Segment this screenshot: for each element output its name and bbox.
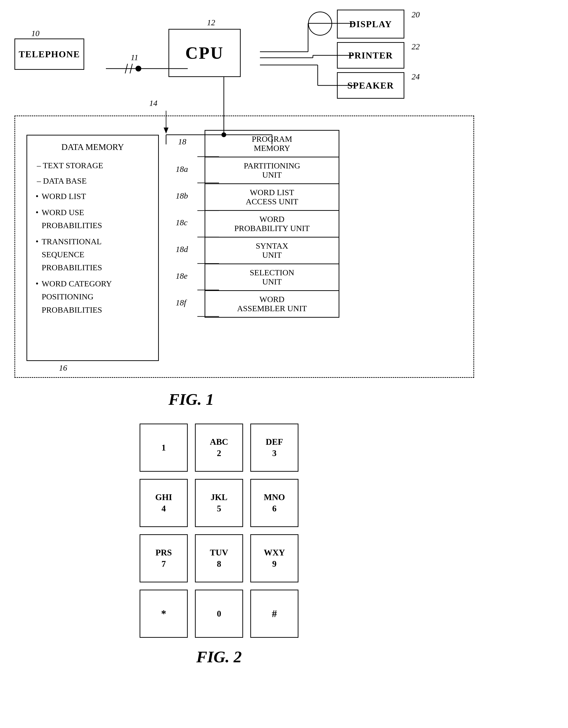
key-5-number: 5 bbox=[217, 503, 221, 514]
ref-18: 18 bbox=[178, 137, 186, 146]
key-4-letters: GHI bbox=[155, 492, 172, 503]
key-3-letters: DEF bbox=[266, 436, 283, 448]
data-memory-content: DATA MEMORY – TEXT STORAGE – DATA BASE W… bbox=[27, 135, 158, 324]
key-star: * bbox=[140, 590, 188, 638]
key-9: WXY 9 bbox=[250, 534, 298, 582]
stack-word-assembler: WORDASSEMBLER UNIT bbox=[205, 291, 339, 318]
ref-22: 22 bbox=[412, 42, 420, 51]
dm-item-1: – TEXT STORAGE bbox=[34, 159, 151, 172]
key-6-letters: MNO bbox=[264, 492, 285, 503]
ref-18b: 18b bbox=[176, 191, 188, 200]
key-4: GHI 4 bbox=[140, 479, 188, 527]
dm-item-3: WORD LIST bbox=[34, 190, 151, 203]
cpu-box: CPU bbox=[168, 29, 241, 77]
ref-11: 11 bbox=[131, 53, 138, 62]
ref-12: 12 bbox=[207, 18, 215, 27]
key-1-number: 1 bbox=[161, 442, 166, 453]
key-8-letters: TUV bbox=[210, 547, 228, 558]
speaker-box: SPEAKER bbox=[337, 72, 404, 99]
page: 10 TELEPHONE 11 12 CPU 20 DISPLAY 22 PRI… bbox=[0, 0, 568, 728]
telephone-box: TELEPHONE bbox=[14, 39, 84, 70]
ref-18e: 18e bbox=[176, 271, 187, 281]
key-7-letters: PRS bbox=[155, 547, 172, 558]
key-hash-symbol: # bbox=[272, 607, 277, 620]
ref-18c: 18c bbox=[176, 218, 187, 227]
key-7-number: 7 bbox=[161, 558, 166, 570]
key-star-symbol: * bbox=[161, 607, 166, 620]
dm-item-2: – DATA BASE bbox=[34, 174, 151, 187]
data-memory-title: DATA MEMORY bbox=[34, 140, 151, 154]
svg-line-2 bbox=[130, 64, 132, 73]
key-0-number: 0 bbox=[217, 608, 221, 619]
key-3-number: 3 bbox=[272, 448, 277, 459]
key-7: PRS 7 bbox=[140, 534, 188, 582]
key-5: JKL 5 bbox=[195, 479, 243, 527]
key-2: ABC 2 bbox=[195, 424, 243, 472]
ref-18f: 18f bbox=[176, 298, 186, 307]
svg-line-1 bbox=[125, 64, 128, 73]
ref-24: 24 bbox=[412, 72, 420, 81]
ref-16: 16 bbox=[59, 363, 67, 373]
fig2-region: 1 ABC 2 DEF 3 GHI 4 JKL 5 bbox=[140, 424, 298, 638]
ref-14: 14 bbox=[149, 99, 157, 108]
ref-18d: 18d bbox=[176, 245, 188, 254]
program-stack: 18 PROGRAMMEMORY 18a PARTITIONINGUNIT 18… bbox=[205, 130, 339, 318]
key-3: DEF 3 bbox=[250, 424, 298, 472]
fig1-label: FIG. 1 bbox=[168, 390, 214, 409]
data-memory-box: DATA MEMORY – TEXT STORAGE – DATA BASE W… bbox=[26, 135, 159, 361]
key-0: 0 bbox=[195, 590, 243, 638]
key-hash: # bbox=[250, 590, 298, 638]
key-8: TUV 8 bbox=[195, 534, 243, 582]
printer-label: PRINTER bbox=[348, 50, 393, 61]
cpu-label: CPU bbox=[185, 43, 224, 63]
key-8-number: 8 bbox=[217, 558, 221, 570]
stack-word-list-access: WORD LISTACCESS UNIT bbox=[205, 184, 339, 211]
printer-box: PRINTER bbox=[337, 42, 404, 69]
key-9-number: 9 bbox=[272, 558, 277, 570]
key-9-letters: WXY bbox=[264, 547, 285, 558]
key-6: MNO 6 bbox=[250, 479, 298, 527]
telephone-label: TELEPHONE bbox=[19, 49, 80, 59]
key-2-letters: ABC bbox=[210, 436, 228, 448]
ref-18a: 18a bbox=[176, 165, 188, 174]
stack-selection-unit: SELECTIONUNIT bbox=[205, 264, 339, 291]
speaker-label: SPEAKER bbox=[347, 80, 394, 91]
dm-item-5: TRANSITIONALSEQUENCEPROBABILITIES bbox=[34, 235, 151, 274]
key-6-number: 6 bbox=[272, 503, 277, 514]
stack-program-memory: PROGRAMMEMORY bbox=[205, 130, 339, 157]
ref-10: 10 bbox=[31, 29, 39, 38]
stack-partitioning-unit: PARTITIONINGUNIT bbox=[205, 157, 339, 184]
ref-20: 20 bbox=[412, 10, 420, 19]
key-2-number: 2 bbox=[217, 448, 221, 459]
key-5-letters: JKL bbox=[211, 492, 227, 503]
key-1: 1 bbox=[140, 424, 188, 472]
svg-point-3 bbox=[136, 66, 141, 71]
dm-item-4: WORD USEPROBABILITIES bbox=[34, 206, 151, 232]
fig2-label: FIG. 2 bbox=[140, 647, 298, 666]
stack-syntax-unit: SYNTAXUNIT bbox=[205, 238, 339, 264]
display-label: DISPLAY bbox=[349, 19, 392, 29]
display-circle bbox=[308, 12, 332, 36]
display-box: DISPLAY bbox=[337, 10, 404, 39]
stack-word-probability: WORDPROBABILITY UNIT bbox=[205, 211, 339, 238]
key-4-number: 4 bbox=[161, 503, 166, 514]
keypad-grid: 1 ABC 2 DEF 3 GHI 4 JKL 5 bbox=[140, 424, 298, 638]
dm-item-6: WORD CATEGORYPOSITIONINGPROBABILITIES bbox=[34, 277, 151, 316]
